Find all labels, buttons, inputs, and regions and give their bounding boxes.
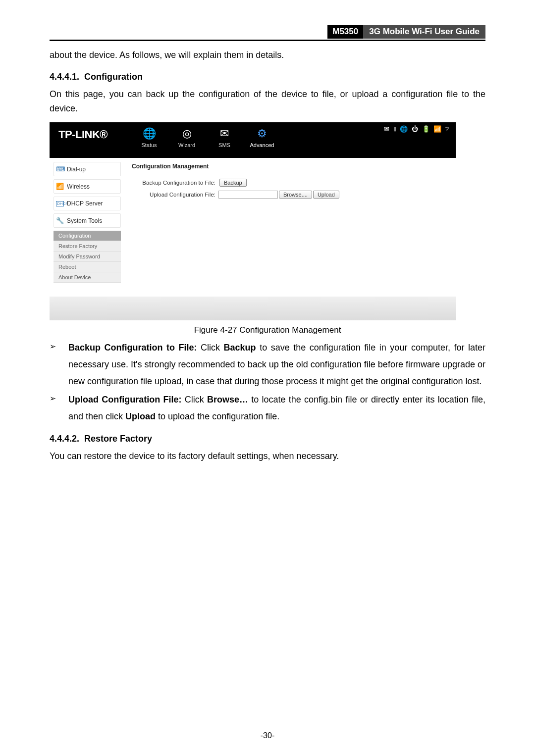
figure-caption: Figure 4-27 Configuration Management [50, 325, 485, 335]
browse-button[interactable]: Browse.... [279, 191, 312, 199]
tab-status-label: Status [135, 142, 163, 148]
tab-status[interactable]: 🌐 Status [135, 127, 163, 148]
bullet-marker-icon: ➢ [50, 391, 68, 425]
target-icon: ◎ [172, 127, 201, 140]
status-tray-icons: ✉ ⫴ 🌐 ⏻ 🔋 📶 ? [384, 125, 450, 133]
model-badge: M5350 [327, 25, 363, 39]
tab-wizard[interactable]: ◎ Wizard [172, 127, 201, 148]
tab-advanced[interactable]: ⚙ Advanced [248, 127, 276, 148]
tab-advanced-label: Advanced [248, 142, 276, 148]
section-title: Restore Factory [84, 434, 152, 444]
section1-para: On this page, you can back up the config… [50, 87, 485, 116]
bullet-list: ➢ Backup Configuration to File: Click Ba… [50, 339, 485, 425]
bullet-marker-icon: ➢ [50, 339, 68, 390]
sidebar-item-dhcp[interactable]: DHCP DHCP Server [54, 197, 121, 210]
bullet2-end: to upload the configuration file. [156, 411, 279, 421]
tab-wizard-label: Wizard [172, 142, 201, 148]
bullet2-upload-word: Upload [125, 411, 156, 421]
page-header: M53503G Mobile Wi-Fi User Guide [50, 25, 485, 41]
globe-icon: 🌐 [135, 127, 163, 140]
submenu-restore-factory[interactable]: Restore Factory [54, 241, 121, 252]
router-ui-screenshot: TP-LINK® 🌐 Status ◎ Wizard ✉ SMS ⚙ Advan… [50, 122, 456, 320]
intro-text: about the device. As follows, we will ex… [50, 48, 485, 63]
section-title: Configuration [84, 72, 143, 82]
upload-button[interactable]: Upload [313, 191, 339, 199]
bullet-backup: ➢ Backup Configuration to File: Click Ba… [50, 339, 485, 390]
bullet2-click: Click [181, 395, 207, 404]
upload-label: Upload Configuration File: [132, 192, 218, 198]
section-heading-config: 4.4.4.1. Configuration [50, 72, 485, 82]
bullet1-backup-word: Backup [224, 343, 256, 353]
wireless-icon: 📶 [56, 183, 64, 190]
sidebar-item-label: Dial-up [67, 166, 86, 173]
tab-sms-label: SMS [210, 142, 239, 148]
backup-label: Backup Configuration to File: [132, 180, 218, 186]
tplink-logo: TP-LINK® [58, 128, 107, 141]
bullet2-browse-word: Browse… [207, 395, 248, 404]
sliders-icon: ⚙ [248, 127, 276, 140]
sidebar-item-label: DHCP Server [67, 200, 103, 207]
sidebar-item-label: Wireless [67, 183, 90, 190]
upload-file-field[interactable] [218, 191, 278, 199]
section2-para: You can restore the device to its factor… [50, 449, 485, 464]
submenu-about-device[interactable]: About Device [54, 272, 121, 283]
router-topbar: TP-LINK® 🌐 Status ◎ Wizard ✉ SMS ⚙ Advan… [50, 122, 456, 158]
tab-sms[interactable]: ✉ SMS [210, 127, 239, 148]
bullet1-click: Click [197, 343, 224, 353]
submenu-modify-password[interactable]: Modify Password [54, 252, 121, 262]
bullet1-lead: Backup Configuration to File: [68, 343, 197, 353]
panel-title: Configuration Management [132, 163, 449, 170]
sidebar-item-label: System Tools [67, 217, 102, 224]
bullet-upload: ➢ Upload Configuration File: Click Brows… [50, 391, 485, 425]
envelope-icon: ✉ [210, 127, 239, 140]
page-number: -30- [0, 731, 535, 740]
section-number: 4.4.4.1. [50, 72, 79, 82]
router-sidebar: ⌨ Dial-up 📶 Wireless DHCP DHCP Server 🔧 … [50, 158, 125, 297]
submenu-reboot[interactable]: Reboot [54, 262, 121, 272]
sidebar-item-system-tools[interactable]: 🔧 System Tools [54, 213, 121, 228]
sidebar-item-dialup[interactable]: ⌨ Dial-up [54, 162, 121, 176]
section-heading-restore: 4.4.4.2. Restore Factory [50, 434, 485, 444]
wrench-icon: 🔧 [56, 217, 64, 224]
section-number: 4.4.4.2. [50, 434, 79, 444]
guide-title: 3G Mobile Wi-Fi User Guide [363, 25, 485, 39]
submenu-configuration[interactable]: Configuration [54, 231, 121, 241]
dialup-icon: ⌨ [56, 165, 64, 173]
bullet2-lead: Upload Configuration File: [68, 395, 181, 404]
router-footer [50, 297, 456, 320]
dhcp-icon: DHCP [56, 201, 64, 206]
backup-button[interactable]: Backup [219, 179, 247, 187]
sidebar-item-wireless[interactable]: 📶 Wireless [54, 179, 121, 194]
router-content-panel: Configuration Management Backup Configur… [125, 158, 456, 297]
